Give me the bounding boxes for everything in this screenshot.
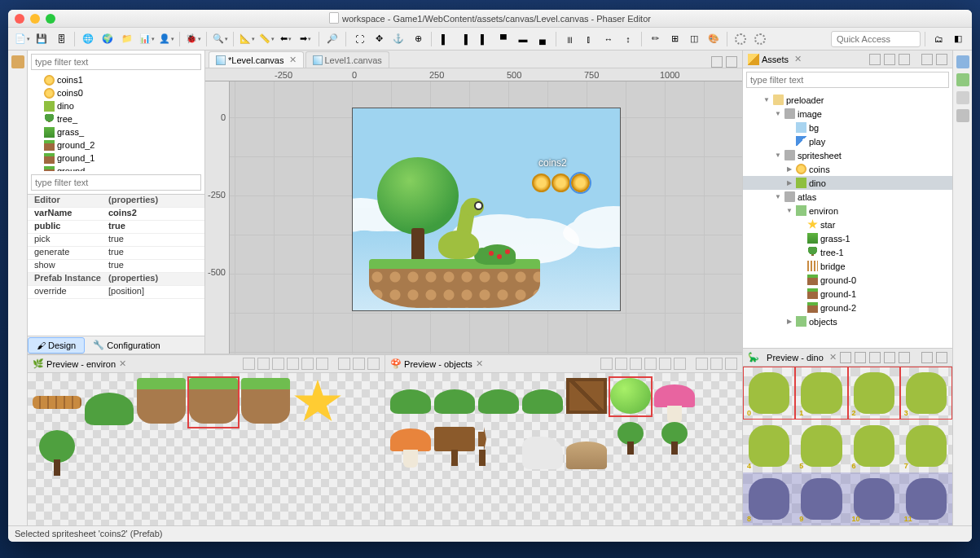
search-button[interactable]: 🔍	[211, 30, 229, 48]
sprite-stump[interactable]	[566, 422, 607, 463]
minimize-view-icon[interactable]	[711, 56, 723, 68]
sprite-star[interactable]	[293, 378, 342, 427]
grid2-button[interactable]: ⊞	[666, 30, 683, 48]
dino-frames-grid[interactable]: 01234567891011	[743, 367, 952, 525]
expand-arrow-icon[interactable]: ▶	[785, 318, 793, 325]
edit-button[interactable]: ✏	[646, 30, 664, 48]
gutter-view-icon[interactable]	[956, 55, 969, 68]
asset-item[interactable]: ▼environ	[743, 204, 952, 217]
minimize-view-icon[interactable]	[921, 352, 933, 363]
handle-button[interactable]: ⊕	[409, 30, 427, 48]
minimize-icon[interactable]	[710, 358, 723, 370]
same-h-button[interactable]: ↕	[619, 30, 637, 48]
project-button[interactable]: 📁	[118, 30, 136, 48]
asset-item[interactable]: star	[743, 217, 952, 231]
align-bot-button[interactable]: ▄	[534, 30, 552, 48]
properties-panel[interactable]: Editor(properties) varNamecoins2 publict…	[28, 194, 204, 336]
asset-item[interactable]: bridge	[743, 259, 952, 273]
palette-button[interactable]: 🎨	[705, 30, 723, 48]
maximize-icon[interactable]	[367, 358, 380, 370]
zoom-icon[interactable]	[287, 358, 299, 370]
view-grid-icon[interactable]	[600, 358, 613, 370]
sprite-bush[interactable]	[522, 378, 563, 415]
outline-item[interactable]: coins0	[28, 86, 204, 99]
gutter-view-icon[interactable]	[11, 55, 24, 68]
view-list-icon[interactable]	[615, 358, 627, 370]
minimize-view-icon[interactable]	[921, 54, 933, 65]
align-left-button[interactable]: ▌	[436, 30, 454, 48]
asset-item[interactable]: ▶objects	[743, 314, 952, 328]
layers-button[interactable]: 📊	[138, 30, 156, 48]
tool-icon[interactable]	[899, 54, 910, 65]
asset-item[interactable]: ▼spritesheet	[743, 148, 952, 162]
asset-item[interactable]: ▼preloader	[743, 93, 952, 107]
asset-item[interactable]: ground-2	[743, 301, 952, 314]
run-button[interactable]: 🌐	[79, 30, 97, 48]
dino-frame[interactable]: 7	[900, 420, 952, 472]
dino-frame[interactable]: 11	[900, 472, 952, 525]
tab-level-canvas[interactable]: *Level.canvas✕	[209, 51, 304, 68]
outline-item[interactable]: grass_	[28, 125, 204, 138]
same-w-button[interactable]: ↔	[600, 30, 617, 48]
maximize-view-icon[interactable]	[726, 56, 737, 68]
view-list-icon[interactable]	[257, 358, 270, 370]
view-grid-icon[interactable]	[243, 358, 255, 370]
close-icon[interactable]: ✕	[829, 352, 837, 362]
sprite-grass[interactable]	[85, 378, 134, 427]
align-right-button[interactable]: ▌	[475, 30, 493, 48]
quick-access-input[interactable]	[831, 31, 921, 47]
sprite-bush[interactable]	[390, 378, 431, 415]
sprite-bridge[interactable]	[33, 378, 81, 427]
fit-icon[interactable]	[659, 358, 671, 370]
asset-item[interactable]: ground-1	[743, 287, 952, 301]
canvas-viewport[interactable]: -250 0 250 500 750 1000 0 -250 -500	[205, 68, 742, 354]
coin-sprite[interactable]	[552, 174, 570, 192]
game-scene[interactable]: coins2	[352, 108, 621, 311]
expand-arrow-icon[interactable]: ▼	[762, 96, 771, 103]
zoom-icon[interactable]	[644, 358, 657, 370]
sprite-mushroom-orange[interactable]	[390, 422, 431, 463]
dino-frame[interactable]: 9	[795, 472, 847, 525]
view-stack-icon[interactable]	[272, 358, 284, 370]
asset-item[interactable]: ground-0	[743, 273, 952, 287]
dino-frame[interactable]: 6	[848, 420, 900, 472]
zoom-icon[interactable]	[869, 352, 881, 363]
asset-item[interactable]: ▼atlas	[743, 190, 952, 204]
ground-sprite[interactable]	[369, 259, 540, 308]
sprite-tree-small[interactable]	[610, 422, 651, 463]
sprite-bush[interactable]	[434, 378, 475, 415]
maximize-view-icon[interactable]	[936, 352, 947, 363]
panel-button[interactable]: ◫	[685, 30, 703, 48]
outline-item[interactable]: coins1	[28, 73, 204, 86]
expand-arrow-icon[interactable]: ▼	[774, 110, 782, 117]
gutter-view-icon[interactable]	[956, 73, 969, 86]
maximize-view-icon[interactable]	[936, 54, 947, 65]
nav2-button[interactable]: 📏	[257, 30, 275, 48]
close-icon[interactable]: ✕	[289, 55, 297, 65]
center-button[interactable]: ✥	[370, 30, 388, 48]
coins-group[interactable]	[532, 174, 590, 192]
settings2-button[interactable]	[751, 30, 769, 48]
coin-sprite-selected[interactable]	[571, 174, 590, 192]
sprite-ball[interactable]	[610, 378, 651, 415]
fit-icon[interactable]	[301, 358, 314, 370]
outline-item[interactable]: tree_	[28, 112, 204, 125]
outline-item[interactable]: dino	[28, 99, 204, 112]
tool-icon[interactable]	[884, 54, 895, 65]
dino-frame[interactable]: 4	[743, 420, 795, 472]
dino-frame[interactable]: 5	[795, 420, 847, 472]
asset-item[interactable]: ▶dino	[743, 176, 952, 190]
props-filter-input[interactable]	[31, 174, 201, 191]
sprite-rock[interactable]	[522, 422, 563, 463]
save-all-button[interactable]: 🗄	[52, 30, 70, 48]
asset-item[interactable]: play	[743, 134, 952, 148]
sprite-sign-arrow[interactable]	[478, 422, 519, 463]
outline-item[interactable]: ground_1	[28, 152, 204, 165]
fwd-button[interactable]: ➡	[297, 30, 314, 48]
expand-arrow-icon[interactable]: ▼	[774, 193, 782, 200]
close-icon[interactable]: ✕	[119, 358, 126, 369]
maximize-icon[interactable]	[725, 358, 737, 370]
asset-item[interactable]: tree-1	[743, 245, 952, 259]
sprite-tree[interactable]	[33, 430, 81, 479]
debug-button[interactable]: 🐞	[184, 30, 202, 48]
